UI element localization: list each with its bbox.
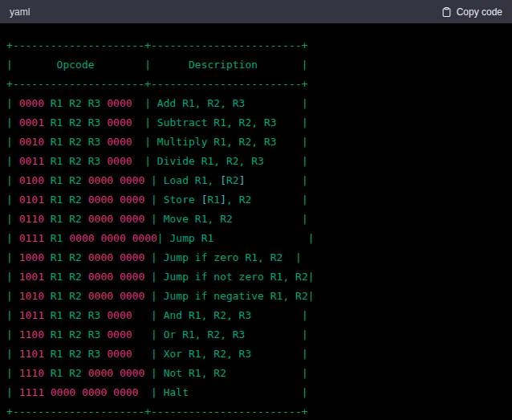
code-token: R1	[44, 232, 69, 244]
code-line: | 0100 R1 R2 0000 0000 | Load R1, [R2] |	[6, 171, 506, 190]
code-token: 0000	[107, 116, 132, 128]
code-token: | Not R1, R2 |	[144, 367, 308, 379]
copy-code-button[interactable]: Copy code	[441, 6, 502, 18]
code-token: 0010	[19, 136, 44, 148]
code-token: | Halt |	[138, 386, 307, 398]
code-token: 0000	[107, 136, 132, 148]
code-token: | Jump R1 |	[157, 232, 315, 244]
code-token: R2	[226, 174, 239, 186]
code-line: +---------------------+-----------------…	[6, 75, 506, 94]
code-token: [	[201, 194, 208, 206]
code-token: 0001	[19, 116, 44, 128]
code-line: | 1101 R1 R2 R3 0000 | Xor R1, R2, R3 |	[6, 345, 506, 364]
code-token: 0000	[107, 155, 132, 167]
code-token: 0011	[19, 155, 44, 167]
code-token: | Jump if zero R1, R2 |	[144, 251, 302, 263]
code-token: | Opcode | Description |	[6, 59, 308, 71]
code-token: 0000 0000 0000	[69, 232, 157, 244]
code-token: | Multiply R1, R2, R3 |	[132, 136, 308, 148]
code-token: |	[6, 271, 19, 283]
code-token: 1111 0000 0000 0000	[19, 386, 139, 398]
code-token: R1 R2	[44, 194, 88, 206]
code-token: 0000	[107, 328, 132, 340]
code-token: |	[6, 309, 19, 321]
code-token: |	[6, 367, 19, 379]
code-token: |	[6, 386, 19, 398]
code-token: |	[6, 348, 19, 360]
code-line: | 0101 R1 R2 0000 0000 | Store [R1], R2 …	[6, 190, 506, 210]
code-token: R1 R2	[44, 271, 88, 283]
code-token: R1 R2 R3	[44, 328, 107, 340]
code-line: | 0010 R1 R2 R3 0000 | Multiply R1, R2, …	[6, 133, 506, 152]
code-token: |	[6, 116, 19, 128]
code-token: , R2 |	[226, 194, 308, 206]
code-token: +---------------------+-----------------…	[6, 406, 308, 418]
code-token: |	[6, 290, 19, 302]
code-token: R1 R2	[44, 251, 88, 263]
code-token: +---------------------+-----------------…	[6, 78, 308, 90]
code-header: yaml Copy code	[0, 0, 512, 23]
code-line: | 0111 R1 0000 0000 0000| Jump R1 |	[6, 229, 506, 248]
copy-code-label: Copy code	[457, 6, 502, 18]
code-line: | 1010 R1 R2 0000 0000 | Jump if negativ…	[6, 287, 506, 306]
code-token: 0000 0000	[88, 213, 144, 225]
code-token: |	[6, 194, 19, 206]
code-token: 0000	[19, 97, 44, 109]
code-token: |	[6, 155, 19, 167]
code-line: +---------------------+-----------------…	[6, 36, 506, 55]
code-token: 1100	[19, 328, 44, 340]
code-token: | Store	[144, 194, 201, 206]
code-token: | Jump if negative R1, R2|	[144, 290, 314, 302]
code-token: |	[6, 97, 19, 109]
code-token: | Xor R1, R2, R3 |	[132, 348, 308, 360]
code-token: | And R1, R2, R3 |	[132, 309, 308, 321]
code-line: | 1111 0000 0000 0000 | Halt |	[6, 383, 506, 402]
code-token: | Jump if not zero R1, R2|	[144, 271, 314, 283]
code-token: R1 R2 R3	[44, 348, 107, 360]
code-token: 0000 0000	[88, 271, 144, 283]
code-token: 0000 0000	[88, 194, 144, 206]
code-token: |	[6, 136, 19, 148]
code-token: | Or R1, R2, R3 |	[132, 328, 308, 340]
code-line: | 0001 R1 R2 R3 0000 | Subtract R1, R2, …	[6, 113, 506, 133]
code-token: [	[220, 174, 226, 186]
code-token: |	[6, 328, 19, 340]
code-line: | 0011 R1 R2 R3 0000 | Divide R1, R2, R3…	[6, 152, 506, 171]
code-line: | 0110 R1 R2 0000 0000 | Move R1, R2 |	[6, 210, 506, 229]
code-token: 0000 0000	[88, 367, 144, 379]
code-token: |	[6, 232, 19, 244]
code-token: R1 R2	[44, 174, 88, 186]
code-token: R1 R2 R3	[44, 155, 107, 167]
code-token: 1010	[19, 290, 44, 302]
code-token: 0000 0000	[88, 290, 144, 302]
code-line: | Opcode | Description |	[6, 55, 506, 75]
code-line: | 1110 R1 R2 0000 0000 | Not R1, R2 |	[6, 364, 506, 383]
code-token: 0000	[107, 97, 132, 109]
code-token: R1 R2 R3	[44, 309, 107, 321]
code-token: 0000	[107, 348, 132, 360]
code-token: R1 R2	[44, 290, 88, 302]
code-token: +---------------------+-----------------…	[6, 39, 308, 51]
code-line: | 1100 R1 R2 R3 0000 | Or R1, R2, R3 |	[6, 325, 506, 345]
code-token: 1101	[19, 348, 44, 360]
code-content: +---------------------+-----------------…	[0, 23, 512, 420]
code-token: 0000 0000	[88, 251, 144, 263]
code-token: R1 R2	[44, 213, 88, 225]
code-token: 0110	[19, 213, 44, 225]
code-token: 1011	[19, 309, 44, 321]
code-token: 0101	[19, 194, 44, 206]
code-token: R1	[208, 194, 221, 206]
code-token: | Divide R1, R2, R3 |	[132, 155, 308, 167]
code-token: R1 R2 R3	[44, 97, 107, 109]
code-line: | 1000 R1 R2 0000 0000 | Jump if zero R1…	[6, 248, 506, 267]
code-token: 0000	[107, 309, 132, 321]
code-line: | 1001 R1 R2 0000 0000 | Jump if not zer…	[6, 267, 506, 287]
code-token: | Add R1, R2, R3 |	[132, 97, 308, 109]
clipboard-icon	[441, 6, 452, 18]
code-token: | Subtract R1, R2, R3 |	[132, 116, 308, 128]
code-token: 0100	[19, 174, 44, 186]
code-block: yaml Copy code +---------------------+--…	[0, 0, 512, 420]
code-token: 1000	[19, 251, 44, 263]
code-line: | 1011 R1 R2 R3 0000 | And R1, R2, R3 |	[6, 306, 506, 325]
code-token: 1001	[19, 271, 44, 283]
